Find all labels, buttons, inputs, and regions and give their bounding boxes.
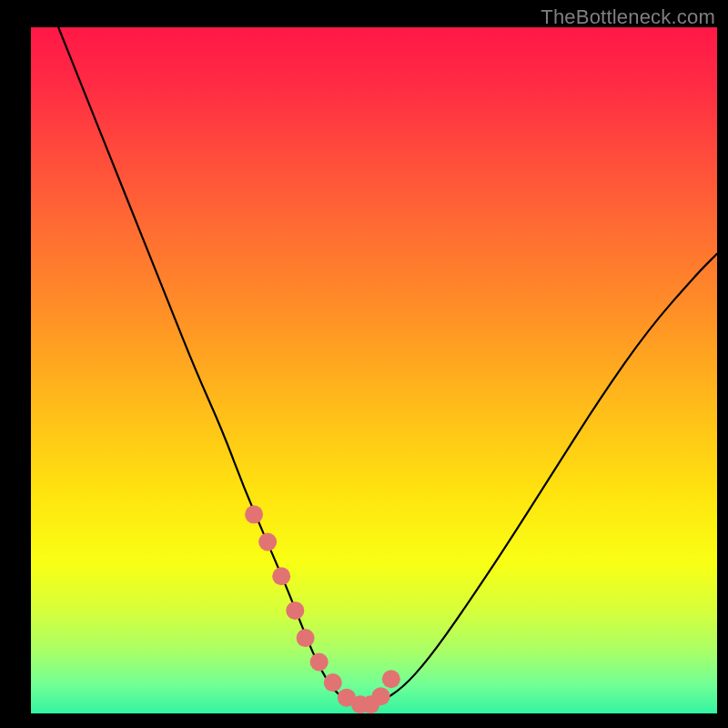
marker-point [272,567,290,585]
marker-point [297,629,315,647]
marker-point [324,673,342,692]
marker-point [372,687,390,705]
marker-point [286,602,304,620]
marker-point [258,533,277,551]
marker-point [245,505,263,523]
marker-point [382,670,400,688]
plot-area [31,27,717,713]
chart-frame: TheBottleneck.com [0,0,728,728]
marker-point [310,652,329,671]
chart-svg [0,0,728,728]
watermark-text: TheBottleneck.com [541,5,715,29]
